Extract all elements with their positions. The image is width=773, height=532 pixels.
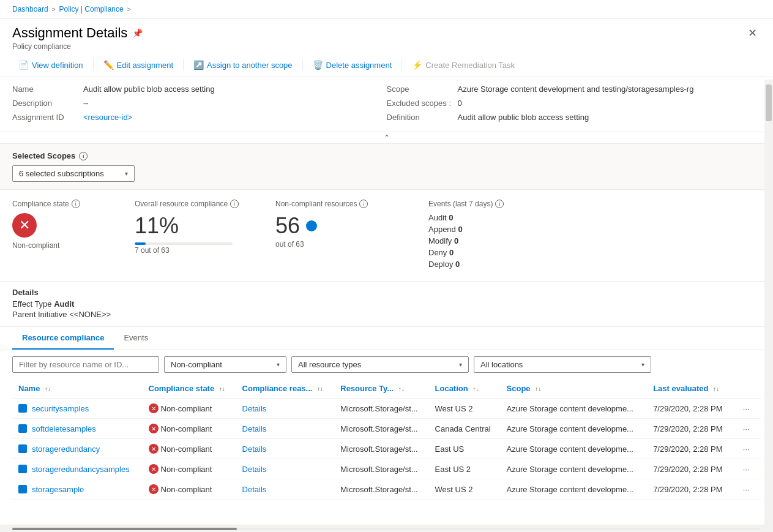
search-input[interactable] [12,356,159,373]
more-actions-button[interactable]: ··· [739,463,753,475]
cell-compliance-reason: Details [236,459,335,479]
compliance-state-cell: ✕ Non-compliant [149,424,230,433]
cell-scope: Azure Storage content developme... [501,399,648,419]
detail-excluded-scopes: Excluded scopes : 0 [387,99,761,108]
cell-scope: Azure Storage content developme... [501,479,648,500]
resource-type-filter-dropdown[interactable]: All resource types ▾ [291,356,469,373]
assign-scope-button[interactable]: ↗️ Assign to another scope [187,57,298,73]
error-circle-icon: ✕ [149,424,159,433]
col-name[interactable]: Name ↑↓ [12,379,143,399]
collapse-bar[interactable]: ⌃ [0,132,773,144]
toolbar-separator-3 [302,59,303,71]
event-item: Deploy 0 [428,260,749,269]
create-remediation-button[interactable]: ⚡ Create Remediation Task [406,57,521,73]
details-right: Scope Azure Storage content development … [387,84,761,127]
col-resource-type[interactable]: Resource Ty... ↑↓ [334,379,428,399]
resource-name-link[interactable]: storageredundancy [18,444,136,454]
tab-events[interactable]: Events [114,327,158,350]
cell-scope: Azure Storage content developme... [501,459,648,479]
error-circle-icon: ✕ [149,444,159,454]
delete-assignment-button[interactable]: 🗑️ Delete assignment [307,57,398,73]
panel-subtitle: Policy compliance [12,42,143,51]
compliance-state-cell: ✕ Non-compliant [149,403,230,413]
error-circle-icon: ✕ [149,403,159,413]
details-link[interactable]: Details [242,465,267,474]
location-filter-chevron: ▾ [641,361,644,368]
cell-resource-type: Microsoft.Storage/st... [334,419,428,439]
tab-resource-compliance[interactable]: Resource compliance [12,327,114,350]
cell-compliance-state: ✕ Non-compliant [143,439,236,459]
details-link[interactable]: Details [242,485,267,494]
right-scrollbar[interactable] [764,80,773,532]
resource-name-link[interactable]: softdeletesamples [18,424,136,433]
tabs-row: Resource compliance Events [0,327,773,350]
breadcrumb-dashboard[interactable]: Dashboard [12,5,48,13]
details-link[interactable]: Details [242,404,267,413]
col-compliance-reason[interactable]: Compliance reas... ↑↓ [236,379,335,399]
cell-last-evaluated: 7/29/2020, 2:28 PM [647,439,733,459]
cell-name: storageredundancysamples [12,459,143,479]
resource-name-link[interactable]: storagesample [18,485,136,494]
more-actions-button[interactable]: ··· [739,403,753,414]
remediation-icon: ⚡ [412,60,422,70]
cell-resource-type: Microsoft.Storage/st... [334,459,428,479]
col-compliance-state[interactable]: Compliance state ↑↓ [143,379,236,399]
edit-assignment-button[interactable]: ✏️ Edit assignment [97,57,180,73]
scope-dropdown[interactable]: 6 selected subscriptions ▾ [12,165,135,182]
compliance-state-info-icon[interactable]: i [72,200,80,208]
overall-compliance-info-icon[interactable]: i [230,200,239,208]
close-button[interactable]: ✕ [744,25,761,41]
filters-row: Non-compliant ▾ All resource types ▾ All… [0,350,773,379]
table-row: securitysamples ✕ Non-compliant Details … [12,399,761,419]
details-link[interactable]: Details [242,444,267,454]
toolbar: 📄 View definition ✏️ Edit assignment ↗️ … [0,53,773,77]
effect-section: Details Effect Type Audit Parent Initiat… [0,282,773,327]
table-container: Name ↑↓ Compliance state ↑↓ Compliance r… [0,379,773,525]
breadcrumb-policy[interactable]: Policy | Compliance [59,5,124,13]
cell-compliance-reason: Details [236,439,335,459]
event-item: Audit 0 [428,213,749,222]
cell-location: East US 2 [429,459,501,479]
cell-last-evaluated: 7/29/2020, 2:28 PM [647,459,733,479]
details-link[interactable]: Details [242,424,267,433]
compliance-state-cell: ✕ Non-compliant [149,464,230,474]
cell-location: Canada Central [429,419,501,439]
col-scope[interactable]: Scope ↑↓ [501,379,648,399]
delete-icon: 🗑️ [313,60,323,70]
resource-name-link[interactable]: securitysamples [18,404,136,413]
col-location[interactable]: Location ↑↓ [429,379,501,399]
compliance-state-cell: ✕ Non-compliant [149,484,230,494]
more-actions-button[interactable]: ··· [739,423,753,435]
more-actions-button[interactable]: ··· [739,484,753,495]
events-block: Events (last 7 days) i Audit 0Append 0Mo… [428,200,761,271]
detail-scope: Scope Azure Storage content development … [387,84,761,94]
table-row: storageredundancysamples ✕ Non-compliant… [12,459,761,479]
cell-location: East US [429,439,501,459]
resource-name-link[interactable]: storageredundancysamples [18,465,136,474]
scopes-info-icon[interactable]: i [79,152,88,160]
col-last-evaluated[interactable]: Last evaluated ↑↓ [647,379,733,399]
right-scroll-thumb [766,84,772,121]
cell-more-actions: ··· [733,439,761,459]
breadcrumb: Dashboard > Policy | Compliance > [0,0,773,19]
event-item: Deny 0 [428,248,749,257]
scope-sort-icon: ↑↓ [535,386,541,392]
col-actions [733,379,761,399]
compliance-filter-dropdown[interactable]: Non-compliant ▾ [164,356,286,373]
bottom-scrollbar[interactable] [0,525,773,532]
scopes-label: Selected Scopes i [12,151,761,160]
non-compliant-info-icon[interactable]: i [359,200,368,208]
pin-icon[interactable]: 📌 [132,28,143,38]
collapse-icon: ⌃ [384,133,390,142]
location-filter-dropdown[interactable]: All locations ▾ [474,356,651,373]
cell-compliance-state: ✕ Non-compliant [143,419,236,439]
cell-compliance-reason: Details [236,399,335,419]
view-definition-button[interactable]: 📄 View definition [12,57,89,73]
more-actions-button[interactable]: ··· [739,443,753,455]
non-compliant-title: Non-compliant resources i [275,200,416,208]
cell-more-actions: ··· [733,399,761,419]
cell-name: softdeletesamples [12,419,143,439]
detail-assignment-id: Assignment ID <resource-id> [12,113,387,122]
events-info-icon[interactable]: i [495,200,504,208]
compliance-bar-fill [135,242,146,245]
